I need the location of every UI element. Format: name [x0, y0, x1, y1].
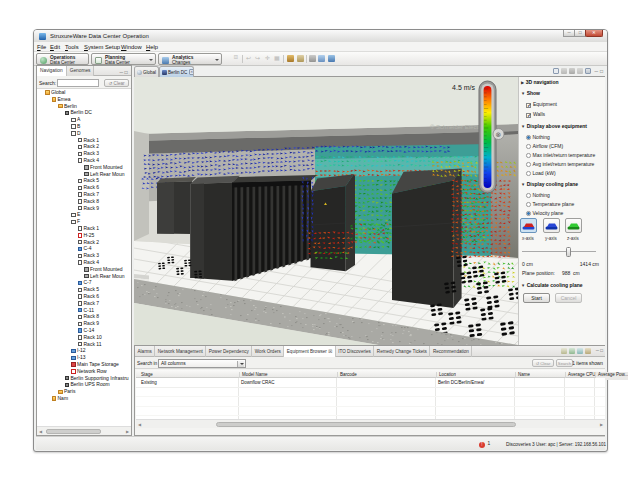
svg-text:4.5 m/s: 4.5 m/s	[452, 84, 475, 91]
svg-text:⊗: ⊗	[496, 131, 502, 138]
svg-text:© Schneider Electric: © Schneider Electric	[430, 124, 484, 130]
